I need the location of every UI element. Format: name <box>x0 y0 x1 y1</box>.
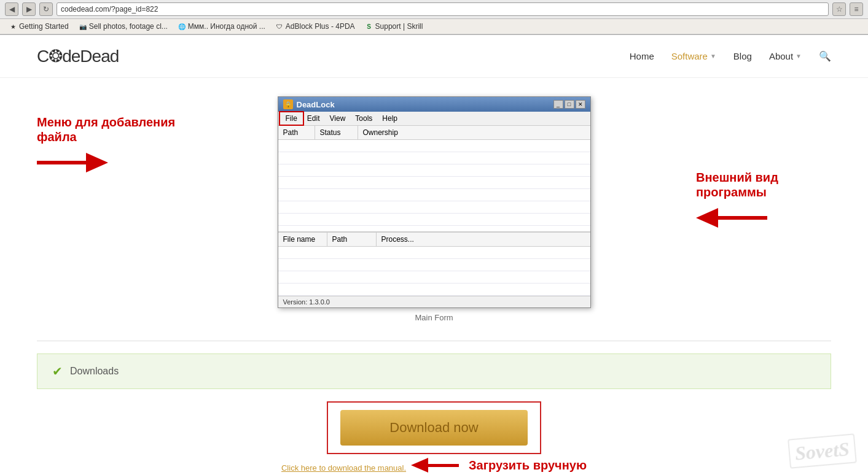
screenshot-section: Меню для добавления файла 🔒 DeadLock <box>37 96 831 322</box>
shield-icon: 🛡 <box>275 22 284 31</box>
annotation-right-text: Внешний вид программы <box>696 170 831 199</box>
download-area: Download now Click here to download the … <box>37 401 831 473</box>
col-filename: File name <box>278 233 327 246</box>
menu-tools[interactable]: Tools <box>350 113 377 124</box>
address-input[interactable] <box>57 2 829 16</box>
nav-software-wrapper[interactable]: Software ▼ <box>671 51 716 61</box>
app-caption: Main Form <box>278 313 591 322</box>
arrow-head-left <box>696 208 718 228</box>
manual-link-row: Click here to download the manual. Загру… <box>281 458 587 473</box>
col-process: Process... <box>377 233 590 246</box>
bookmark-mmm[interactable]: 🌐 Ммм.. Иногда одной ... <box>174 21 269 32</box>
nav-blog[interactable]: Blog <box>733 51 752 61</box>
annotation-left: Меню для добавления файла <box>37 115 209 172</box>
bookmarks-bar: ★ Getting Started 📷 Sell photos, footage… <box>0 19 868 34</box>
col-status: Status <box>315 126 358 139</box>
browser-chrome: ◀ ▶ ↻ ☆ ≡ ★ Getting Started 📷 Sell photo… <box>0 0 868 35</box>
app-upper-table: Path Status Ownership <box>278 126 590 232</box>
skrill-icon: S <box>365 22 373 31</box>
app-icon: 🔒 <box>283 99 293 109</box>
nav-about[interactable]: About <box>769 51 793 61</box>
back-button[interactable]: ◀ <box>5 2 18 16</box>
version-text: Version: 1.3.0.0 <box>283 298 330 306</box>
maximize-button[interactable]: □ <box>565 100 574 109</box>
forward-button[interactable]: ▶ <box>22 2 36 16</box>
software-dropdown-arrow: ▼ <box>710 53 716 60</box>
app-titlebar: 🔒 DeadLock _ □ ✕ <box>278 97 590 112</box>
download-btn-wrapper: Download now <box>327 401 541 454</box>
app-title-left: 🔒 DeadLock <box>283 99 335 109</box>
site-logo: C❂deDead <box>37 46 119 66</box>
bottom-arrow-container <box>411 458 459 473</box>
address-bar: ◀ ▶ ↻ ☆ ≡ <box>0 0 868 19</box>
star-button[interactable]: ☆ <box>832 2 846 16</box>
arrow-head-right <box>86 153 108 172</box>
menu-file[interactable]: File <box>281 113 302 124</box>
nav-software[interactable]: Software <box>671 51 708 61</box>
main-content: Меню для добавления файла 🔒 DeadLock <box>0 78 868 475</box>
app-window-container: 🔒 DeadLock _ □ ✕ File Edit View <box>278 96 591 322</box>
arrow-line-right <box>718 216 767 220</box>
app-titlebar-buttons: _ □ ✕ <box>553 100 585 109</box>
bookmark-sell-photos[interactable]: 📷 Sell photos, footage cl... <box>75 21 171 32</box>
logo-text: C❂deDead <box>37 47 119 66</box>
app-statusbar: Version: 1.3.0.0 <box>278 296 590 307</box>
menu-button[interactable]: ≡ <box>850 2 863 16</box>
annotation-right: Внешний вид программы <box>696 170 831 228</box>
menu-help[interactable]: Help <box>377 113 402 124</box>
menu-edit[interactable]: Edit <box>302 113 325 124</box>
downloads-label: Downloads <box>70 366 119 377</box>
globe-icon: 🌐 <box>178 22 186 31</box>
about-dropdown-arrow: ▼ <box>796 53 802 60</box>
bookmark-skrill[interactable]: S Support | Skrill <box>361 21 427 32</box>
bookmark-adblock[interactable]: 🛡 AdBlock Plus - 4PDA <box>272 21 359 32</box>
lower-table-body <box>278 247 590 296</box>
bottom-arrow-line <box>428 464 459 467</box>
app-menubar: File Edit View Tools Help <box>278 112 590 126</box>
table-body <box>278 140 590 232</box>
downloads-section: ✔ Downloads <box>37 353 831 389</box>
search-icon[interactable]: 🔍 <box>819 50 831 62</box>
check-icon: ✔ <box>52 364 63 379</box>
app-title-text: DeadLock <box>297 100 335 109</box>
app-lower-table: File name Path Process... <box>278 232 590 296</box>
star-icon: ★ <box>9 22 17 31</box>
col-path2: Path <box>327 233 377 246</box>
watermark-text: SovetS <box>788 433 857 468</box>
menu-view[interactable]: View <box>325 113 351 124</box>
col-ownership: Ownership <box>358 126 590 139</box>
app-window: 🔒 DeadLock _ □ ✕ File Edit View <box>278 96 591 308</box>
site-header: C❂deDead Home Software ▼ Blog About ▼ 🔍 <box>0 35 868 78</box>
bookmark-getting-started[interactable]: ★ Getting Started <box>5 21 72 32</box>
col-path: Path <box>278 126 315 139</box>
nav-home[interactable]: Home <box>630 51 654 61</box>
refresh-button[interactable]: ↻ <box>39 2 53 16</box>
close-button[interactable]: ✕ <box>576 100 585 109</box>
annotation-left-text: Меню для добавления файла <box>37 115 209 144</box>
bottom-arrow-left <box>411 458 428 473</box>
site-nav: Home Software ▼ Blog About ▼ 🔍 <box>630 50 831 62</box>
nav-about-wrapper[interactable]: About ▼ <box>769 51 802 61</box>
arrow-line-left <box>37 161 86 164</box>
watermark: SovetS <box>788 437 857 465</box>
download-now-button[interactable]: Download now <box>340 410 527 446</box>
minimize-button[interactable]: _ <box>553 100 563 109</box>
manual-download-link[interactable]: Click here to download the manual. <box>281 463 406 473</box>
divider <box>37 341 831 341</box>
bottom-annotation-text: Загрузить вручную <box>469 458 587 473</box>
page: C❂deDead Home Software ▼ Blog About ▼ 🔍 … <box>0 35 868 475</box>
table-header: Path Status Ownership <box>278 126 590 140</box>
lower-table-header: File name Path Process... <box>278 233 590 247</box>
camera-icon: 📷 <box>79 22 87 31</box>
